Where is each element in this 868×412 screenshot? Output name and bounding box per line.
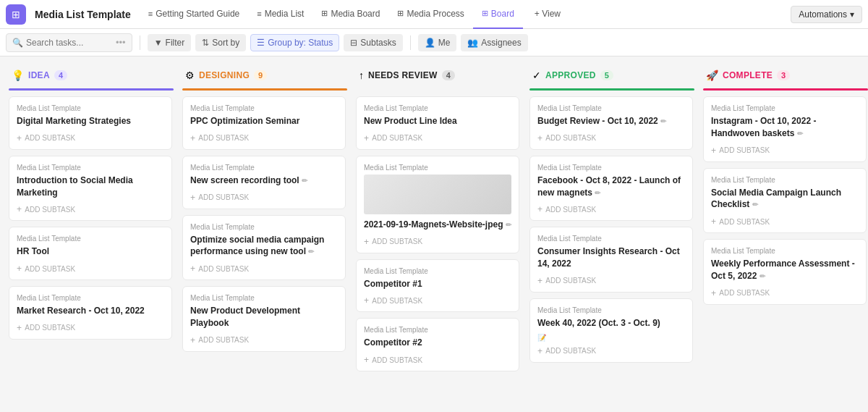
add-subtask-button[interactable]: ADD SUBTASK: [364, 353, 511, 366]
list-item[interactable]: Media List TemplatePPC Optimization Semi…: [182, 96, 346, 150]
group-by-button[interactable]: ☰ Group by: Status: [250, 34, 339, 51]
add-subtask-button[interactable]: ADD SUBTASK: [364, 132, 511, 145]
edit-icon[interactable]: ✏: [308, 248, 314, 256]
add-subtask-button[interactable]: ADD SUBTASK: [537, 132, 685, 145]
card-meta: Media List Template: [537, 164, 685, 172]
nav-tab-board[interactable]: ⊞Board: [473, 0, 523, 29]
edit-icon[interactable]: ✏: [797, 130, 803, 138]
card-meta: Media List Template: [364, 164, 511, 172]
group-by-label: Group by: Status: [268, 38, 333, 48]
add-subtask-button[interactable]: ADD SUBTASK: [711, 287, 859, 300]
add-subtask-button[interactable]: ADD SUBTASK: [711, 215, 859, 228]
add-subtask-button[interactable]: ADD SUBTASK: [17, 132, 164, 145]
nav-tab-media-board[interactable]: ⊞Media Board: [312, 0, 388, 29]
card-title: Week 40, 2022 (Oct. 3 - Oct. 9): [537, 317, 685, 329]
me-button[interactable]: 👤 Me: [418, 34, 457, 51]
subtasks-label: Subtasks: [360, 38, 396, 48]
card-title: Social Media Campaign Launch Checklist ✏: [711, 187, 859, 211]
add-subtask-button[interactable]: ADD SUBTASK: [190, 262, 338, 275]
card-meta: Media List Template: [17, 294, 164, 302]
sort-by-button[interactable]: ⇅ Sort by: [195, 34, 246, 51]
list-item[interactable]: Media List TemplateWeekly Performance As…: [703, 239, 867, 305]
edit-icon[interactable]: ✏: [302, 177, 307, 185]
filter-label: Filter: [166, 38, 185, 48]
list-item[interactable]: Media List TemplateConsumer Insights Res…: [529, 227, 693, 293]
list-item[interactable]: Media List TemplateBudget Review - Oct 1…: [529, 96, 693, 150]
search-input[interactable]: [26, 38, 113, 48]
nav-tab-add-view[interactable]: + View: [523, 0, 569, 29]
card-meta: Media List Template: [190, 164, 338, 172]
list-item[interactable]: Media List TemplateIntroduction to Socia…: [9, 156, 172, 222]
card-title: Market Research - Oct 10, 2022: [17, 305, 164, 317]
add-subtask-button[interactable]: ADD SUBTASK: [364, 235, 511, 248]
nav-tab-getting-started[interactable]: ≡Getting Started Guide: [140, 0, 249, 29]
me-label: Me: [438, 38, 451, 48]
add-subtask-button[interactable]: ADD SUBTASK: [711, 144, 859, 157]
sort-icon: ⇅: [202, 38, 209, 48]
nav-tab-media-process[interactable]: ⊞Media Process: [388, 0, 472, 29]
add-subtask-button[interactable]: ADD SUBTASK: [364, 294, 511, 307]
list-item[interactable]: Media List TemplateOptimize social media…: [182, 215, 346, 281]
card-title: Competitor #2: [364, 337, 511, 349]
add-subtask-button[interactable]: ADD SUBTASK: [537, 274, 685, 287]
edit-icon[interactable]: ✏: [660, 117, 666, 125]
card-title: New screen recording tool ✏: [190, 175, 338, 187]
list-item[interactable]: Media List TemplateInstagram - Oct 10, 2…: [703, 96, 867, 162]
edit-icon[interactable]: ✏: [760, 272, 765, 280]
cards-needs-review: Media List TemplateNew Product Line Idea…: [356, 96, 521, 403]
list-item[interactable]: Media List TemplateNew screen recording …: [182, 156, 346, 209]
nav-right: Automations ▾: [791, 6, 862, 23]
col-icon-needs-review: ↑: [359, 70, 364, 81]
add-subtask-button[interactable]: ADD SUBTASK: [190, 334, 338, 347]
filter-button[interactable]: ▼ Filter: [148, 34, 192, 51]
nav-tab-media-list[interactable]: ≡Media List: [248, 0, 312, 29]
col-header-designing: ⚙ DESIGNING 9: [182, 65, 347, 85]
tab-icon-media-board: ⊞: [321, 9, 328, 18]
col-line-designing: [182, 88, 347, 91]
add-subtask-button[interactable]: ADD SUBTASK: [190, 191, 338, 204]
col-line-complete: [703, 88, 868, 91]
card-title: Competitor #1: [364, 278, 511, 290]
list-item[interactable]: Media List TemplateFacebook - Oct 8, 202…: [529, 156, 693, 222]
list-item[interactable]: Media List TemplateHR Tool ADD SUBTASK: [9, 227, 172, 280]
add-subtask-button[interactable]: ADD SUBTASK: [537, 345, 685, 358]
column-needs-review: ↑ NEEDS REVIEW 4 Media List TemplateNew …: [356, 65, 521, 403]
tab-label-media-list: Media List: [265, 9, 305, 19]
list-item[interactable]: Media List TemplateNew Product Developme…: [182, 286, 346, 352]
search-box[interactable]: 🔍 •••: [6, 33, 132, 52]
edit-icon[interactable]: ✏: [506, 221, 511, 229]
list-item[interactable]: Media List TemplateNew Product Line Idea…: [356, 96, 519, 150]
col-icon-idea: 💡: [12, 70, 24, 81]
automations-button[interactable]: Automations ▾: [791, 6, 862, 23]
edit-icon[interactable]: ✏: [752, 201, 758, 209]
list-item[interactable]: Media List TemplateDigital Marketing Str…: [9, 96, 172, 150]
assignees-icon: 👥: [467, 38, 478, 48]
add-subtask-button[interactable]: ADD SUBTASK: [17, 262, 164, 275]
card-title: Instagram - Oct 10, 2022 - Handwoven bas…: [711, 115, 859, 140]
card-meta: Media List Template: [17, 104, 164, 112]
card-meta: Media List Template: [190, 294, 338, 302]
cards-idea: Media List TemplateDigital Marketing Str…: [9, 96, 174, 403]
add-subtask-button[interactable]: ADD SUBTASK: [17, 203, 164, 216]
card-meta: Media List Template: [537, 235, 685, 243]
col-title-needs-review: NEEDS REVIEW: [368, 70, 438, 80]
list-item[interactable]: Media List TemplateMarket Research - Oct…: [9, 286, 172, 340]
col-title-complete: COMPLETE: [723, 70, 773, 80]
subtasks-button[interactable]: ⊟ Subtasks: [344, 34, 402, 51]
list-item[interactable]: Media List Template2021-09-19-Magnets-We…: [356, 156, 519, 253]
list-item[interactable]: Media List TemplateCompetitor #2 ADD SUB…: [356, 318, 519, 371]
col-count-approved: 5: [600, 70, 613, 80]
assignees-button[interactable]: 👥 Assignees: [461, 34, 527, 51]
chevron-down-icon: ▾: [850, 9, 854, 20]
add-subtask-button[interactable]: ADD SUBTASK: [537, 203, 685, 216]
toolbar-dots-icon[interactable]: •••: [116, 37, 126, 48]
toolbar-separator-2: [410, 35, 411, 50]
list-item[interactable]: Media List TemplateSocial Media Campaign…: [703, 168, 867, 234]
card-image: [364, 175, 511, 214]
list-item[interactable]: Media List TemplateCompetitor #1 ADD SUB…: [356, 259, 519, 313]
edit-icon[interactable]: ✏: [595, 189, 600, 197]
list-item[interactable]: Media List TemplateWeek 40, 2022 (Oct. 3…: [529, 298, 693, 363]
add-subtask-button[interactable]: ADD SUBTASK: [17, 321, 164, 335]
add-subtask-button[interactable]: ADD SUBTASK: [190, 132, 338, 145]
col-count-designing: 9: [254, 70, 267, 80]
